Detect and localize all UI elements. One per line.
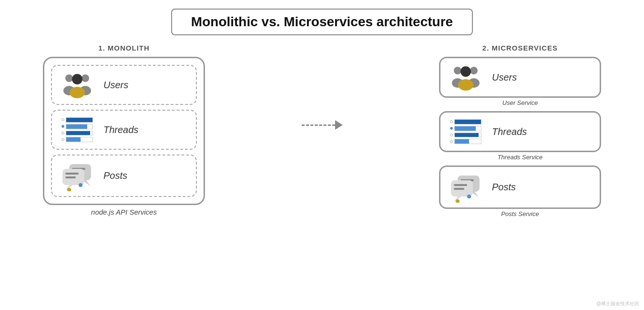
micro-posts-label: Posts — [492, 182, 516, 193]
micro-threads-label: Threads — [492, 126, 527, 137]
content-area: 1. MONOLITH — [14, 44, 630, 305]
mono-threads-label: Threads — [103, 124, 138, 135]
title-box: Monolithic vs. Microservices architectur… — [171, 9, 473, 35]
mono-posts-label: Posts — [103, 170, 127, 181]
svg-point-5 — [72, 74, 82, 84]
posts-icon-mono — [61, 160, 94, 191]
arrow-area — [294, 44, 351, 130]
dashed-line — [302, 124, 335, 126]
micro-posts-box: Posts — [439, 165, 601, 209]
svg-point-20 — [458, 79, 473, 91]
mono-users-box: Users — [51, 65, 197, 105]
mono-threads-box: Threads — [51, 110, 197, 150]
micro-posts-group: Posts Posts Service — [439, 165, 601, 217]
svg-point-18 — [470, 67, 478, 74]
svg-rect-28 — [454, 184, 467, 186]
micro-threads-group: Threads Threads Service — [439, 111, 601, 161]
microservices-section: 2. MICROSERVICES — [420, 44, 620, 217]
mono-users-label: Users — [103, 80, 128, 91]
svg-point-14 — [79, 183, 82, 187]
svg-point-30 — [467, 195, 471, 198]
dashed-arrow — [302, 120, 343, 130]
svg-rect-13 — [65, 176, 76, 178]
micro-users-label: Users — [492, 72, 517, 83]
monolith-section: 1. MONOLITH — [24, 44, 224, 216]
micro-users-box: Users — [439, 57, 601, 98]
micro-users-group: Users User Service — [439, 57, 601, 106]
svg-point-2 — [82, 74, 89, 82]
monolith-caption: node.js API Services — [91, 208, 157, 216]
micro-threads-service-caption: Threads Service — [498, 154, 543, 161]
svg-point-21 — [460, 66, 471, 77]
threads-icon-micro — [449, 117, 482, 146]
arrow-head — [335, 120, 343, 130]
monolith-label: 1. MONOLITH — [98, 44, 150, 52]
svg-rect-12 — [65, 173, 79, 175]
posts-icon-micro — [449, 172, 482, 203]
micro-posts-service-caption: Posts Service — [501, 210, 539, 217]
micro-user-service-caption: User Service — [502, 99, 538, 106]
microservices-label: 2. MICROSERVICES — [482, 44, 558, 52]
watermark: @稀土掘金技术社区 — [596, 300, 639, 307]
svg-point-4 — [70, 87, 85, 98]
users-icon-micro — [449, 63, 482, 92]
svg-point-16 — [454, 67, 461, 74]
mono-posts-box: Posts — [51, 155, 197, 197]
users-icon — [61, 71, 94, 99]
monolith-outer-box: Users — [43, 57, 205, 205]
micro-threads-box: Threads — [439, 111, 601, 152]
page: Monolithic vs. Microservices architectur… — [0, 0, 644, 310]
svg-point-0 — [65, 74, 73, 82]
micro-services-list: Users User Service — [439, 57, 601, 217]
main-title: Monolithic vs. Microservices architectur… — [191, 14, 453, 30]
svg-rect-29 — [454, 188, 464, 190]
threads-icon-mono — [61, 115, 94, 144]
